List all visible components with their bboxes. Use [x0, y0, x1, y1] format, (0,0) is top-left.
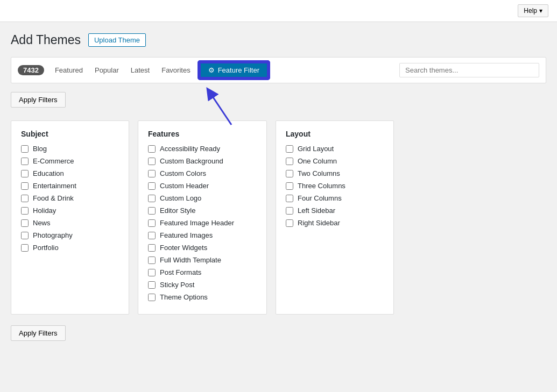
feature-footer-widgets-label[interactable]: Footer Widgets	[160, 244, 207, 252]
subject-ecommerce-checkbox[interactable]	[21, 158, 29, 165]
list-item: Custom Logo	[148, 194, 257, 202]
subject-entertainment-checkbox[interactable]	[21, 182, 29, 190]
feature-filter-button[interactable]: ⚙ Feature Filter	[199, 62, 269, 79]
subject-news-checkbox[interactable]	[21, 219, 29, 227]
feature-sticky-post-label[interactable]: Sticky Post	[160, 281, 194, 289]
feature-editor-style-checkbox[interactable]	[148, 207, 156, 215]
list-item: Entertainment	[21, 182, 119, 190]
subject-portfolio-label[interactable]: Portfolio	[33, 244, 59, 252]
subject-food-label[interactable]: Food & Drink	[33, 194, 74, 202]
layout-left-sidebar-checkbox[interactable]	[286, 207, 293, 215]
layout-two-col-label[interactable]: Two Columns	[298, 169, 340, 177]
feature-custom-bg-label[interactable]: Custom Background	[160, 157, 223, 165]
subject-news-label[interactable]: News	[33, 219, 51, 227]
list-item: Two Columns	[286, 169, 384, 177]
feature-footer-widgets-checkbox[interactable]	[148, 244, 156, 252]
list-item: Featured Images	[148, 231, 257, 239]
layout-right-sidebar-checkbox[interactable]	[286, 219, 293, 227]
feature-custom-header-checkbox[interactable]	[148, 182, 156, 190]
filters-container: Subject Blog E-Commerce Education Entert…	[11, 120, 546, 315]
layout-right-sidebar-label[interactable]: Right Sidebar	[298, 219, 340, 227]
help-button[interactable]: Help ▾	[518, 4, 548, 17]
feature-full-width-label[interactable]: Full Width Template	[160, 256, 221, 264]
layout-left-sidebar-label[interactable]: Left Sidebar	[298, 206, 335, 215]
feature-featured-images-label[interactable]: Featured Images	[160, 231, 213, 239]
feature-custom-colors-checkbox[interactable]	[148, 170, 156, 177]
list-item: Food & Drink	[21, 194, 119, 202]
feature-post-formats-checkbox[interactable]	[148, 269, 156, 276]
top-bar: Help ▾	[0, 0, 557, 22]
upload-theme-button[interactable]: Upload Theme	[88, 33, 146, 47]
layout-four-col-label[interactable]: Four Columns	[298, 194, 342, 202]
layout-four-col-checkbox[interactable]	[286, 195, 293, 202]
layout-two-col-checkbox[interactable]	[286, 170, 293, 177]
list-item: Right Sidebar	[286, 219, 384, 227]
nav-favorites[interactable]: Favorites	[156, 64, 195, 76]
list-item: News	[21, 219, 119, 227]
list-item: Portfolio	[21, 244, 119, 252]
apply-filters-top-button[interactable]: Apply Filters	[11, 92, 66, 108]
feature-sticky-post-checkbox[interactable]	[148, 281, 156, 289]
feature-full-width-checkbox[interactable]	[148, 256, 156, 264]
feature-featured-img-header-checkbox[interactable]	[148, 219, 156, 227]
feature-featured-img-header-label[interactable]: Featured Image Header	[160, 219, 234, 227]
feature-filter-label: Feature Filter	[218, 66, 259, 74]
layout-one-col-label[interactable]: One Column	[298, 157, 337, 165]
subject-entertainment-label[interactable]: Entertainment	[33, 182, 76, 190]
subject-title: Subject	[21, 130, 119, 138]
layout-grid-checkbox[interactable]	[286, 145, 293, 153]
subject-blog-checkbox[interactable]	[21, 145, 29, 153]
list-item: Custom Header	[148, 182, 257, 190]
subject-photography-checkbox[interactable]	[21, 232, 29, 239]
subject-education-checkbox[interactable]	[21, 170, 29, 177]
features-panel: Features Accessibility Ready Custom Back…	[138, 120, 267, 315]
feature-featured-images-checkbox[interactable]	[148, 232, 156, 239]
feature-custom-bg-checkbox[interactable]	[148, 158, 156, 165]
feature-post-formats-label[interactable]: Post Formats	[160, 268, 201, 276]
page-header: Add Themes Upload Theme	[11, 33, 546, 47]
feature-theme-options-label[interactable]: Theme Options	[160, 293, 208, 301]
subject-panel: Subject Blog E-Commerce Education Entert…	[11, 120, 129, 315]
search-themes-input[interactable]	[399, 63, 539, 77]
list-item: Three Columns	[286, 182, 384, 190]
layout-one-col-checkbox[interactable]	[286, 158, 293, 165]
subject-holiday-checkbox[interactable]	[21, 207, 29, 215]
list-item: Education	[21, 169, 119, 177]
nav-wrapper: 7432 Featured Popular Latest Favorites ⚙…	[11, 57, 546, 83]
subject-ecommerce-label[interactable]: E-Commerce	[33, 157, 74, 165]
list-item: Photography	[21, 231, 119, 239]
layout-three-col-label[interactable]: Three Columns	[298, 182, 346, 190]
nav-popular[interactable]: Popular	[89, 64, 124, 76]
subject-education-label[interactable]: Education	[33, 169, 64, 177]
nav-featured[interactable]: Featured	[50, 64, 88, 76]
apply-filters-bottom-button[interactable]: Apply Filters	[11, 325, 66, 341]
list-item: Post Formats	[148, 268, 257, 276]
feature-custom-logo-label[interactable]: Custom Logo	[160, 194, 201, 202]
feature-custom-logo-checkbox[interactable]	[148, 195, 156, 202]
list-item: Custom Background	[148, 157, 257, 165]
layout-three-col-checkbox[interactable]	[286, 182, 293, 190]
subject-food-checkbox[interactable]	[21, 195, 29, 202]
subject-portfolio-checkbox[interactable]	[21, 244, 29, 252]
layout-grid-label[interactable]: Grid Layout	[298, 145, 334, 153]
list-item: Theme Options	[148, 293, 257, 301]
subject-photography-label[interactable]: Photography	[33, 231, 73, 239]
feature-custom-colors-label[interactable]: Custom Colors	[160, 169, 206, 177]
feature-accessibility-checkbox[interactable]	[148, 145, 156, 153]
list-item: Left Sidebar	[286, 206, 384, 215]
subject-blog-label[interactable]: Blog	[33, 145, 47, 153]
subject-holiday-label[interactable]: Holiday	[33, 206, 56, 215]
theme-count-badge: 7432	[18, 65, 44, 75]
list-item: Editor Style	[148, 206, 257, 215]
feature-accessibility-label[interactable]: Accessibility Ready	[160, 145, 220, 153]
nav-latest[interactable]: Latest	[125, 64, 155, 76]
list-item: One Column	[286, 157, 384, 165]
list-item: Blog	[21, 145, 119, 153]
feature-theme-options-checkbox[interactable]	[148, 294, 156, 301]
layout-title: Layout	[286, 130, 384, 138]
feature-custom-header-label[interactable]: Custom Header	[160, 182, 209, 190]
features-title: Features	[148, 130, 257, 138]
list-item: Grid Layout	[286, 145, 384, 153]
page-title: Add Themes	[11, 33, 81, 47]
feature-editor-style-label[interactable]: Editor Style	[160, 206, 195, 215]
